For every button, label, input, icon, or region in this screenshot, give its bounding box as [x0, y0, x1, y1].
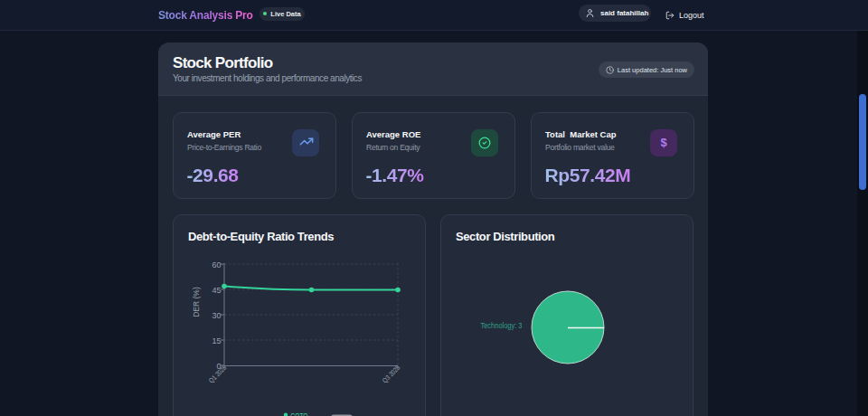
svg-text:Q3 2025: Q3 2025	[381, 364, 401, 384]
svg-text:DER (%): DER (%)	[192, 287, 201, 317]
svg-text:15: 15	[212, 336, 221, 345]
svg-text:60: 60	[212, 260, 221, 269]
svg-text:GOTO: GOTO	[290, 411, 307, 416]
svg-text:Technology: 3: Technology: 3	[481, 320, 523, 330]
svg-text:45: 45	[212, 286, 221, 295]
svg-text:30: 30	[212, 311, 221, 320]
